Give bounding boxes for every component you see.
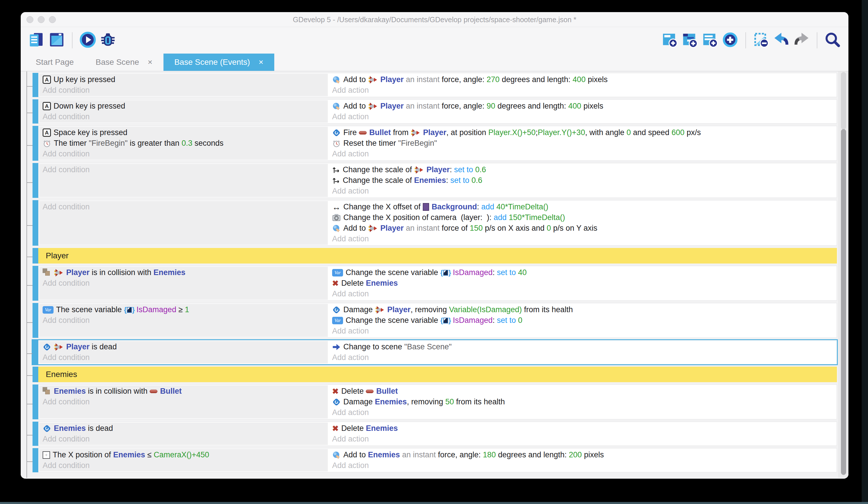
- add-action-button[interactable]: Add action: [332, 460, 833, 471]
- text-segment: "FireBegin": [89, 139, 128, 148]
- action-line[interactable]: Add to Player an instant force, angle: 2…: [332, 74, 833, 85]
- event-row[interactable]: Player is in collision with EnemiesAdd c…: [32, 266, 837, 301]
- add-condition-button[interactable]: Add condition: [43, 85, 325, 95]
- add-action-button[interactable]: Add action: [332, 352, 833, 363]
- condition-line[interactable]: Enemies is in collision with Bullet: [43, 386, 325, 396]
- add-condition-button[interactable]: Add condition: [43, 396, 325, 407]
- event-color-bar: [32, 163, 38, 198]
- event-row[interactable]: Enemies is in collision with BulletAdd c…: [32, 384, 837, 419]
- event-color-bar: [32, 266, 38, 301]
- add-action-button[interactable]: Add action: [332, 234, 833, 244]
- tab-start-page[interactable]: Start Page: [25, 53, 85, 71]
- condition-line[interactable]: ASpace key is pressed: [43, 127, 325, 138]
- text-segment: and speed: [631, 128, 671, 137]
- action-line[interactable]: Fire Bullet from Player, at position Pla…: [332, 127, 833, 138]
- add-condition-button[interactable]: Add condition: [43, 149, 325, 159]
- add-condition-button[interactable]: Add condition: [43, 352, 325, 363]
- action-line[interactable]: Damage Enemies, removing 50 from its hea…: [332, 396, 833, 407]
- add-action-button[interactable]: Add action: [332, 407, 833, 418]
- action-line[interactable]: ✖Delete Enemies: [332, 278, 833, 289]
- action-line[interactable]: ✖Delete Enemies: [332, 423, 833, 434]
- preview-play-button[interactable]: [80, 32, 96, 49]
- toolbar-separator: [745, 32, 746, 48]
- text-segment: The timer: [54, 139, 89, 148]
- scene-editor-button[interactable]: [48, 32, 65, 49]
- add-condition-button[interactable]: Add condition: [43, 202, 325, 212]
- condition-line[interactable]: VarThe scene variable {}IsDamaged ≥ 1: [43, 304, 325, 315]
- remove-event-button[interactable]: [753, 32, 769, 49]
- add-condition-button[interactable]: Add condition: [43, 434, 325, 444]
- condition-line[interactable]: The timer "FireBegin" is greater than 0.…: [43, 138, 325, 149]
- event-row[interactable]: Enemies is deadAdd condition ✖Delete Ene…: [32, 422, 837, 446]
- text-segment: Enemies: [375, 397, 407, 406]
- undo-button[interactable]: [773, 32, 790, 49]
- action-line[interactable]: Change to scene "Base Scene": [332, 342, 833, 352]
- text-segment: pixels: [582, 451, 604, 460]
- add-action-button[interactable]: Add action: [332, 326, 833, 336]
- action-line[interactable]: ↔Change the X offset of Background: add …: [332, 202, 833, 212]
- action-line[interactable]: VarChange the scene variable {}IsDamaged…: [332, 315, 833, 326]
- add-action-button[interactable]: Add action: [332, 85, 833, 95]
- add-action-button[interactable]: Add action: [332, 111, 833, 122]
- condition-line[interactable]: ADown key is pressed: [43, 101, 325, 111]
- event-row[interactable]: Player is deadAdd condition Change to sc…: [32, 340, 837, 364]
- condition-line[interactable]: Player is in collision with Enemies: [43, 267, 325, 278]
- add-comment-button[interactable]: [702, 32, 719, 49]
- search-button[interactable]: [824, 32, 841, 49]
- action-line[interactable]: Reset the timer "FireBegin": [332, 138, 833, 149]
- text-segment: Change to scene: [343, 342, 404, 351]
- tab-close-icon[interactable]: ×: [259, 58, 264, 67]
- event-row[interactable]: VarThe scene variable {}IsDamaged ≥ 1Add…: [32, 303, 837, 338]
- event-row[interactable]: ADown key is pressedAdd condition Add to…: [32, 99, 837, 123]
- condition-line[interactable]: Player is dead: [43, 342, 325, 352]
- debug-button[interactable]: [100, 32, 116, 49]
- action-line[interactable]: Add to Enemies an instant force, angle: …: [332, 450, 833, 460]
- action-line[interactable]: Add to Player an instant force of 150 p/…: [332, 223, 833, 234]
- add-condition-button[interactable]: Add condition: [43, 315, 325, 326]
- player-ship-icon: [54, 269, 64, 277]
- action-line[interactable]: ✖Delete Bullet: [332, 386, 833, 396]
- add-action-button[interactable]: Add action: [332, 149, 833, 159]
- event-row[interactable]: AUp key is pressedAdd condition Add to P…: [32, 73, 837, 97]
- event-row[interactable]: Add condition Change the scale of Player…: [32, 163, 837, 198]
- condition-line[interactable]: Enemies is dead: [43, 423, 325, 434]
- event-row[interactable]: Add condition ↔Change the X offset of Ba…: [32, 200, 837, 246]
- action-line[interactable]: Change the scale of Player: set to 0.6: [332, 164, 833, 175]
- close-window-button[interactable]: [27, 16, 33, 23]
- add-sub-event-button[interactable]: [682, 32, 698, 49]
- event-row[interactable]: +The X position of Enemies ≤ CameraX()+4…: [32, 448, 837, 472]
- condition-line[interactable]: AUp key is pressed: [43, 74, 325, 85]
- group-header[interactable]: Enemies: [32, 367, 837, 382]
- action-line[interactable]: Change the scale of Enemies: set to 0.6: [332, 175, 833, 186]
- add-action-button[interactable]: Add action: [332, 434, 833, 444]
- add-condition-button[interactable]: Add condition: [43, 111, 325, 122]
- add-circle-button[interactable]: [722, 32, 738, 49]
- redo-button[interactable]: [793, 32, 810, 49]
- text-segment: 0.6: [472, 176, 482, 185]
- project-manager-button[interactable]: [28, 32, 45, 49]
- add-action-button[interactable]: Add action: [332, 289, 833, 299]
- minimize-window-button[interactable]: [38, 16, 45, 23]
- tab-close-icon[interactable]: ×: [148, 58, 152, 67]
- tab-base-scene-events-[interactable]: Base Scene (Events)×: [164, 53, 274, 71]
- event-row[interactable]: ASpace key is pressedThe timer "FireBegi…: [32, 126, 837, 161]
- condition-line[interactable]: +The X position of Enemies ≤ CameraX()+4…: [43, 450, 325, 460]
- text-segment: force, angle:: [438, 451, 483, 460]
- zoom-window-button[interactable]: [49, 16, 56, 23]
- add-action-button[interactable]: Add action: [332, 186, 833, 196]
- add-condition-button[interactable]: Add condition: [43, 164, 325, 175]
- scrollbar-track[interactable]: [838, 71, 848, 478]
- scrollbar-thumb[interactable]: [841, 129, 846, 475]
- action-line[interactable]: Damage Player, removing Variable(IsDamag…: [332, 304, 833, 315]
- add-condition-button[interactable]: Add condition: [43, 460, 325, 471]
- action-line[interactable]: VarChange the scene variable {}IsDamaged…: [332, 267, 833, 278]
- action-line[interactable]: Change the X position of camera (layer: …: [332, 212, 833, 223]
- group-header[interactable]: Player: [32, 248, 837, 263]
- text-segment: , removing: [407, 397, 445, 406]
- action-line[interactable]: Add to Player an instant force, angle: 9…: [332, 101, 833, 111]
- add-event-button[interactable]: [661, 32, 678, 49]
- text-segment: 1: [185, 305, 189, 314]
- tab-base-scene[interactable]: Base Scene×: [85, 53, 163, 71]
- add-condition-button[interactable]: Add condition: [43, 278, 325, 289]
- collision-icon: [43, 387, 51, 396]
